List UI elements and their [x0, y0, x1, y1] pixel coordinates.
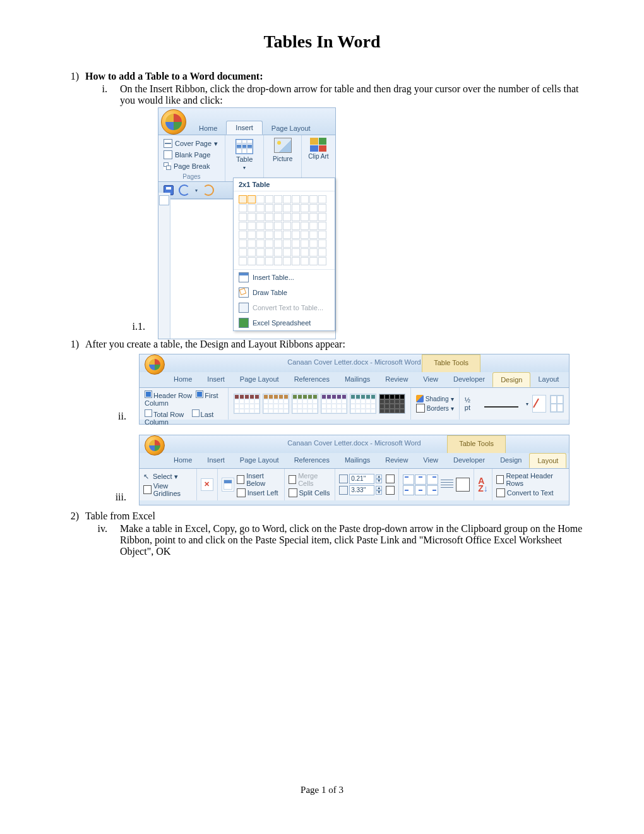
table-style-thumb[interactable]	[234, 394, 260, 414]
ruler-toggle-icon[interactable]	[159, 195, 169, 205]
table-style-thumb[interactable]	[292, 394, 318, 414]
office-button-icon[interactable]	[161, 109, 186, 135]
shading-button[interactable]: Shading	[426, 396, 449, 402]
page-break-button[interactable]: Page Break	[174, 160, 210, 172]
convert-text-icon	[239, 303, 249, 313]
undo-icon[interactable]	[179, 184, 190, 196]
align-mid-right-icon[interactable]	[427, 485, 438, 495]
tab-insert[interactable]: Insert	[200, 372, 232, 387]
draw-borders-icon[interactable]	[550, 395, 564, 413]
pen-preview[interactable]	[484, 400, 518, 408]
view-gridlines-button[interactable]: View Gridlines	[153, 482, 193, 497]
screenshot-design-ribbon: Canaan Cover Letter.docx - Microsoft Wor…	[139, 354, 569, 425]
blank-page-button[interactable]: Blank Page	[175, 149, 210, 160]
picture-button[interactable]: Picture	[269, 138, 296, 162]
clipart-button[interactable]: Clip Art	[307, 138, 330, 160]
page-break-icon	[164, 162, 171, 170]
checkbox-icon[interactable]	[192, 409, 200, 417]
sort-icon[interactable]: AZ↓	[478, 477, 488, 492]
tab-design[interactable]: Design	[492, 453, 529, 468]
tab-view[interactable]: View	[415, 453, 446, 468]
tab-page-layout[interactable]: Page Layout	[232, 453, 287, 468]
align-top-right-icon[interactable]	[427, 474, 438, 485]
tab-home[interactable]: Home	[190, 122, 226, 135]
spinner-icon[interactable]: ▲▼	[376, 486, 382, 495]
insert-left-button[interactable]: Insert Left	[247, 489, 278, 497]
redo-icon[interactable]	[203, 184, 214, 196]
tab-insert[interactable]: Insert	[226, 121, 263, 135]
total-row-checkbox[interactable]: Total Row	[153, 411, 184, 418]
checkbox-icon[interactable]	[196, 390, 203, 398]
list-marker: i.	[88, 83, 107, 106]
tab-layout[interactable]: Layout	[530, 372, 566, 387]
tab-references[interactable]: References	[287, 453, 337, 468]
tab-review[interactable]: Review	[378, 453, 415, 468]
tab-references[interactable]: References	[287, 372, 337, 387]
body-text: On the Insert Ribbon, click the drop-dow…	[120, 83, 593, 106]
list-marker: ii.	[107, 411, 126, 425]
text-direction-icon[interactable]	[441, 480, 453, 490]
shading-icon	[416, 395, 424, 402]
tab-layout[interactable]: Layout	[529, 453, 566, 468]
insert-below-icon	[237, 475, 245, 484]
header-row-checkbox[interactable]: Header Row	[153, 392, 192, 399]
distribute-cols-icon[interactable]	[386, 486, 395, 495]
tab-design[interactable]: Design	[492, 372, 530, 387]
select-button[interactable]: Select	[153, 473, 172, 480]
table-style-thumb[interactable]	[321, 394, 347, 414]
spinner-icon[interactable]: ▲▼	[376, 474, 382, 483]
insert-table-option[interactable]: Insert Table...	[234, 270, 335, 285]
tab-insert[interactable]: Insert	[200, 453, 232, 468]
tab-view[interactable]: View	[415, 372, 446, 387]
picker-grid[interactable]	[234, 191, 335, 269]
tab-developer[interactable]: Developer	[446, 372, 492, 387]
cover-page-button[interactable]: Cover Page	[175, 138, 212, 149]
table-style-thumb[interactable]	[379, 394, 405, 414]
tab-home[interactable]: Home	[166, 453, 200, 468]
borders-button[interactable]: Borders	[427, 405, 449, 412]
list-marker: 1)	[51, 339, 79, 350]
table-style-thumb[interactable]	[350, 394, 376, 414]
screenshot-insert-ribbon: Home Insert Page Layout Cover Page ▾ Bla…	[158, 107, 336, 339]
split-cells-button[interactable]: Split Cells	[299, 489, 330, 497]
convert-text-option: Convert Text to Table...	[234, 300, 335, 315]
insert-left-icon	[237, 488, 246, 497]
align-mid-center-icon[interactable]	[415, 485, 426, 495]
draw-table-option[interactable]: Draw Table	[234, 285, 335, 300]
merge-cells-icon	[289, 475, 297, 484]
tab-mailings[interactable]: Mailings	[337, 372, 378, 387]
insert-above-icon[interactable]	[222, 478, 234, 492]
col-width-input[interactable]: 3.33"	[349, 485, 374, 495]
pen-weight-label[interactable]: ½ pt	[465, 396, 477, 411]
table-style-thumb[interactable]	[263, 394, 289, 414]
table-styles-gallery[interactable]	[234, 394, 405, 414]
split-cells-icon	[289, 488, 297, 497]
tab-developer[interactable]: Developer	[446, 453, 492, 468]
excel-spreadsheet-option[interactable]: Excel Spreadsheet	[234, 315, 335, 330]
tab-page-layout[interactable]: Page Layout	[232, 372, 287, 387]
align-mid-left-icon[interactable]	[403, 485, 414, 495]
tab-home[interactable]: Home	[166, 372, 200, 387]
merge-cells-button: Merge Cells	[298, 472, 331, 487]
tab-mailings[interactable]: Mailings	[337, 453, 378, 468]
checkbox-icon[interactable]	[145, 390, 152, 398]
convert-to-text-button[interactable]: Convert to Text	[507, 489, 554, 497]
gridlines-icon	[143, 485, 152, 494]
body-text: After you create a table, the Design and…	[85, 339, 345, 350]
pen-color-icon[interactable]	[532, 395, 546, 413]
checkbox-icon[interactable]	[145, 409, 152, 417]
tab-page-layout[interactable]: Page Layout	[263, 122, 319, 135]
cell-margins-icon[interactable]	[456, 478, 470, 492]
row-height-input[interactable]: 0.21"	[349, 474, 374, 484]
group-label: Pages	[164, 172, 220, 180]
insert-table-icon	[239, 272, 249, 282]
distribute-rows-icon[interactable]	[386, 474, 395, 483]
tab-review[interactable]: Review	[378, 372, 415, 387]
repeat-header-button[interactable]: Repeat Header Rows	[506, 472, 565, 487]
delete-icon[interactable]: ✕	[201, 478, 213, 491]
table-button[interactable]: Table ▾	[234, 138, 254, 172]
height-icon	[339, 474, 348, 483]
align-top-center-icon[interactable]	[415, 474, 426, 485]
insert-below-button[interactable]: Insert Below	[246, 472, 280, 487]
align-top-left-icon[interactable]	[403, 474, 414, 485]
